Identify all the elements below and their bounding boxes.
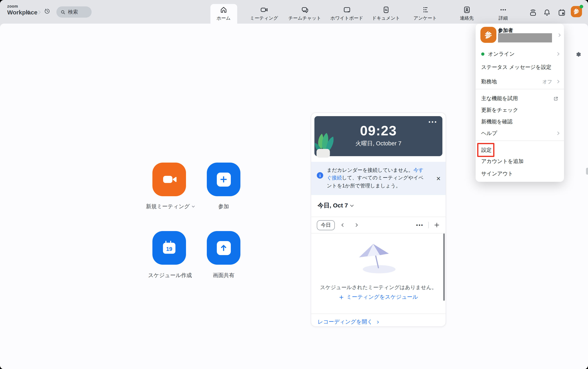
divider xyxy=(476,89,564,89)
info-icon: i xyxy=(317,172,323,179)
menu-item-try-features[interactable]: 主な機能を試用 xyxy=(476,92,564,104)
calendar-19-icon: 19 xyxy=(160,239,178,257)
notifications-bell-icon[interactable] xyxy=(542,8,551,17)
external-link-icon xyxy=(553,96,559,101)
avatar-initial: 参 xyxy=(574,8,579,15)
empty-message: スケジュールされたミーティングはありません。 xyxy=(311,284,446,291)
share-screen-button[interactable] xyxy=(207,231,240,265)
ellipsis-icon xyxy=(499,6,507,14)
calendar-connect-notice: i まだカレンダーを接続していません。今すぐ接続して、すべてのミーティングやイベ… xyxy=(311,162,446,195)
calendar-card: ••• 09:23 火曜日, October 7 i まだカレンダーを接続してい… xyxy=(311,113,446,327)
prev-day-icon[interactable] xyxy=(342,224,345,227)
schedule-meeting-link[interactable]: ミーティングをスケジュール xyxy=(311,294,446,301)
toolbar-more-icon[interactable]: ••• xyxy=(416,222,424,228)
tab-meetings-label: ミーティング xyxy=(250,15,278,21)
menu-item-help[interactable]: ヘルプ xyxy=(476,127,564,139)
menu-item-sign-out[interactable]: サインアウト xyxy=(476,168,564,180)
tab-surveys-label: アンケート xyxy=(413,15,437,21)
beach-umbrella-illustration xyxy=(353,239,404,277)
tab-docs-label: ドキュメント xyxy=(372,15,400,21)
add-event-icon[interactable] xyxy=(434,222,440,228)
menu-item-status[interactable]: オンライン xyxy=(476,48,564,60)
online-dot xyxy=(481,52,484,56)
work-location-value: オフ xyxy=(542,78,552,85)
plant-illustration xyxy=(314,131,337,158)
arrow-up-icon xyxy=(219,244,228,252)
back-button[interactable] xyxy=(26,9,32,15)
chevron-down-icon xyxy=(350,203,353,206)
tab-contacts-label: 連絡先 xyxy=(460,15,474,21)
video-camera-icon xyxy=(260,6,268,14)
plus-icon xyxy=(339,295,344,300)
menu-item-whats-new[interactable]: 新機能を確認 xyxy=(476,116,564,128)
video-camera-filled-icon xyxy=(159,169,179,189)
tab-home[interactable]: ホーム xyxy=(217,3,231,24)
notice-text: まだカレンダーを接続していません。今すぐ接続して、すべてのミーティングやイベント… xyxy=(327,167,428,190)
menu-item-check-updates[interactable]: 更新をチェック xyxy=(476,104,564,116)
next-day-icon[interactable] xyxy=(354,224,358,227)
top-bar: zoom Workplace 検索 ホーム ミーティング チームチャット xyxy=(0,0,588,24)
search-icon xyxy=(60,10,66,15)
menu-item-work-location[interactable]: 勤務地 オフ xyxy=(476,76,564,88)
chevron-right-icon xyxy=(557,34,560,37)
home-icon xyxy=(219,6,228,14)
zoom-workplace-logo: zoom Workplace xyxy=(7,4,37,15)
screen: zoom Workplace 検索 ホーム ミーティング チームチャット xyxy=(0,0,588,369)
profile-name: 参加者 xyxy=(498,27,513,34)
tab-team-chat[interactable]: チームチャット xyxy=(288,3,321,24)
tab-meetings[interactable]: ミーティング xyxy=(250,3,278,24)
tab-home-label: ホーム xyxy=(217,15,231,21)
date-header[interactable]: 今日, Oct 7 xyxy=(318,202,353,209)
clock-banner: ••• 09:23 火曜日, October 7 xyxy=(314,116,442,156)
menu-item-add-account[interactable]: アカウントを追加 xyxy=(476,155,564,167)
today-button[interactable]: 今日 xyxy=(317,220,335,230)
tab-surveys[interactable]: アンケート xyxy=(413,3,437,24)
main-content: 新規ミーティング 参加 19 スケジュール作成 画面共有 xyxy=(0,24,588,369)
card-scrollbar[interactable] xyxy=(443,234,445,301)
screen-cast-icon[interactable] xyxy=(529,8,537,17)
menu-item-set-status-message[interactable]: ステータス メッセージを設定 xyxy=(476,61,564,73)
chevron-down-icon xyxy=(192,205,195,207)
forward-button[interactable] xyxy=(35,9,42,15)
chat-bubbles-icon xyxy=(301,6,309,14)
divider xyxy=(311,314,446,314)
empty-schedule: スケジュールされたミーティングはありません。 ミーティングをスケジュール xyxy=(311,234,446,314)
survey-icon xyxy=(421,6,429,14)
tab-whiteboard-label: ホワイトボード xyxy=(330,15,363,21)
history-icon[interactable] xyxy=(44,8,50,14)
plus-icon xyxy=(219,175,228,184)
schedule-button[interactable]: 19 xyxy=(152,231,186,265)
schedule-label: スケジュール作成 xyxy=(148,272,192,279)
whiteboard-icon xyxy=(343,6,351,14)
window-scrollbar-nub[interactable] xyxy=(586,168,588,174)
banner-more-icon[interactable]: ••• xyxy=(429,121,438,123)
calendar-icon[interactable] xyxy=(557,8,566,17)
tab-more-label: 詳細 xyxy=(499,15,508,21)
search-placeholder: 検索 xyxy=(68,9,78,15)
search-input[interactable]: 検索 xyxy=(56,6,92,18)
menu-item-settings[interactable]: 設定 xyxy=(476,144,564,156)
new-meeting-button[interactable] xyxy=(152,163,186,196)
join-button[interactable] xyxy=(207,163,240,196)
redacted-email xyxy=(498,33,552,42)
settings-gear-icon[interactable] xyxy=(575,51,582,58)
calendar-toolbar: 今日 ••• xyxy=(311,217,446,233)
divider xyxy=(476,141,564,141)
presence-dot xyxy=(580,5,583,8)
share-screen-label: 画面共有 xyxy=(213,272,235,279)
tab-contacts[interactable]: 連絡先 xyxy=(460,3,474,24)
tab-more[interactable]: 詳細 xyxy=(499,3,508,24)
close-icon[interactable]: ✕ xyxy=(436,175,441,182)
contacts-icon xyxy=(463,6,471,14)
tab-whiteboard[interactable]: ホワイトボード xyxy=(330,3,363,24)
join-label: 参加 xyxy=(218,203,229,210)
divider xyxy=(428,222,429,228)
menu-avatar: 参 xyxy=(480,27,496,43)
logo-zoom-text: zoom xyxy=(7,4,37,8)
open-recordings-link[interactable]: レコーディングを開く xyxy=(318,318,378,326)
tab-docs[interactable]: ドキュメント xyxy=(372,3,400,24)
zoom-workplace-window: zoom Workplace 検索 ホーム ミーティング チームチャット xyxy=(0,0,588,369)
tab-team-chat-label: チームチャット xyxy=(288,15,321,21)
document-icon xyxy=(382,6,390,14)
svg-text:19: 19 xyxy=(166,246,172,252)
